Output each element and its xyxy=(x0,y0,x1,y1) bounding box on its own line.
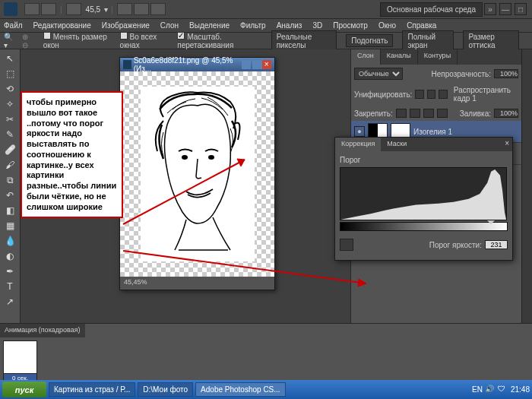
arrange-btn[interactable] xyxy=(134,3,149,15)
document-status: 45,45% xyxy=(120,277,274,290)
close-icon[interactable]: × xyxy=(262,60,271,69)
chevron-right-icon[interactable]: » xyxy=(484,3,496,15)
app-titlebar: | 45,5 ▾ | Основная рабочая среда » — □ xyxy=(0,0,532,19)
opacity-input[interactable] xyxy=(494,69,518,78)
histogram xyxy=(340,167,507,220)
lock-btn[interactable] xyxy=(396,109,407,118)
blur-tool[interactable]: 💧 xyxy=(2,234,18,248)
lock-btn[interactable] xyxy=(437,109,448,118)
maximize-icon[interactable]: □ xyxy=(515,3,527,15)
animation-frame[interactable]: 0 сек. xyxy=(3,340,37,383)
start-button[interactable]: пуск xyxy=(2,382,46,397)
ps-icon xyxy=(123,60,131,69)
svg-rect-0 xyxy=(141,87,255,261)
panel-collapse[interactable] xyxy=(521,49,532,323)
portrait-image xyxy=(141,87,255,261)
threshold-title: Порог xyxy=(340,156,508,164)
crop-tool[interactable]: ✂ xyxy=(2,112,18,126)
checkbox[interactable] xyxy=(177,32,185,40)
svg-point-1 xyxy=(182,155,188,160)
minimize-icon[interactable] xyxy=(242,60,251,69)
history-brush-tool[interactable]: ↶ xyxy=(2,188,18,202)
canvas-area: Sc0a6e8d8f21t.png @ 45,5% (Из... × xyxy=(21,49,350,323)
workspace-selector[interactable]: Основная рабочая среда xyxy=(380,2,483,17)
windows-taskbar: пуск Картина из страз / Р... D:\Мои фото… xyxy=(0,380,532,399)
menu-file[interactable]: Файл xyxy=(4,21,23,30)
svg-point-2 xyxy=(208,155,214,160)
checkbox[interactable] xyxy=(43,32,51,40)
path-tool[interactable]: ↗ xyxy=(2,295,18,309)
fullscreen-button[interactable]: Полный экран xyxy=(402,30,454,52)
tab-adjustments[interactable]: Коррекция xyxy=(335,138,381,151)
lock-btn[interactable] xyxy=(410,109,420,118)
taskbar-item[interactable]: D:\Мои фото xyxy=(138,382,193,397)
frame-thumbnail xyxy=(4,341,36,374)
maximize-icon[interactable] xyxy=(252,60,261,69)
tab-layers[interactable]: Слон xyxy=(351,49,381,65)
view-btn[interactable] xyxy=(117,3,132,15)
eraser-tool[interactable]: ◧ xyxy=(2,204,18,217)
tab-masks[interactable]: Маски xyxy=(381,138,413,151)
menu-analysis[interactable]: Анализ xyxy=(277,21,302,30)
taskbar-item[interactable]: Adobe Photoshop CS... xyxy=(195,382,286,397)
fit-button[interactable]: Подогнать xyxy=(346,34,393,47)
tray-icon[interactable]: 🛡 xyxy=(498,385,508,395)
wand-tool[interactable]: ✧ xyxy=(2,97,18,111)
threshold-label: Порог яркости: xyxy=(429,241,482,249)
menu-image[interactable]: Изображение xyxy=(102,21,150,30)
menu-view[interactable]: Просмотр xyxy=(333,21,368,30)
text-tool[interactable]: T xyxy=(2,280,18,293)
unify-btn[interactable] xyxy=(427,90,435,99)
fill-input[interactable] xyxy=(494,109,518,118)
checkbox[interactable] xyxy=(120,32,128,40)
blend-mode-select[interactable]: Обычные xyxy=(354,68,403,80)
menu-edit[interactable]: Редактирование xyxy=(33,21,91,30)
marquee-tool[interactable]: ⬚ xyxy=(2,67,18,81)
tab-channels[interactable]: Каналы xyxy=(381,49,418,65)
language-indicator[interactable]: EN xyxy=(472,385,483,394)
gradient-tool[interactable]: ▦ xyxy=(2,219,18,233)
taskbar-item[interactable]: Картина из страз / Р... xyxy=(49,382,135,397)
tab-paths[interactable]: Контуры xyxy=(418,49,458,65)
visibility-icon[interactable]: ● xyxy=(354,126,365,137)
move-tool[interactable]: ↖ xyxy=(2,52,18,65)
menu-select[interactable]: Выделение xyxy=(189,21,230,30)
brush-tool[interactable]: 🖌 xyxy=(2,158,18,172)
minimize-icon[interactable]: — xyxy=(499,3,511,15)
unify-btn[interactable] xyxy=(439,90,447,99)
document-title: Sc0a6e8d8f21t.png @ 45,5% (Из... xyxy=(134,56,240,73)
realpx-button[interactable]: Реальные пикселы xyxy=(271,30,337,52)
canvas[interactable] xyxy=(120,71,274,277)
menu-help[interactable]: Справка xyxy=(407,21,436,30)
pen-tool[interactable]: ✒ xyxy=(2,264,18,278)
lock-btn[interactable] xyxy=(423,109,434,118)
document-titlebar[interactable]: Sc0a6e8d8f21t.png @ 45,5% (Из... × xyxy=(120,58,274,71)
close-icon[interactable]: × xyxy=(502,138,512,151)
tray-icon[interactable]: 🔊 xyxy=(485,385,496,395)
system-tray: EN 🔊 🛡 21:48 xyxy=(472,385,530,395)
printsize-button[interactable]: Размер оттиска xyxy=(463,30,519,52)
toolbar-btn[interactable] xyxy=(24,3,40,15)
adjustment-icon[interactable] xyxy=(340,239,353,251)
stamp-tool[interactable]: ⧉ xyxy=(2,173,18,187)
menu-layer[interactable]: Слон xyxy=(160,21,179,30)
tab-animation[interactable]: Анимация (покадровая) xyxy=(0,324,85,337)
clock[interactable]: 21:48 xyxy=(511,385,530,394)
hand-tool-icon[interactable] xyxy=(66,3,81,15)
dodge-tool[interactable]: ◐ xyxy=(2,249,18,263)
threshold-input[interactable] xyxy=(485,240,508,249)
menu-filter[interactable]: Фильтр xyxy=(240,21,266,30)
eyedropper-tool[interactable]: ✎ xyxy=(2,128,18,141)
zoom-value[interactable]: 45,5 xyxy=(86,5,100,14)
threshold-slider[interactable] xyxy=(340,222,508,231)
menu-3d[interactable]: 3D xyxy=(312,21,322,30)
screen-btn[interactable] xyxy=(150,3,166,15)
threshold-panel: Коррекция Маски × Порог Порог яркости: xyxy=(334,137,513,261)
document-window: Sc0a6e8d8f21t.png @ 45,5% (Из... × xyxy=(119,57,275,290)
unify-btn[interactable] xyxy=(415,90,423,99)
lasso-tool[interactable]: ⟲ xyxy=(2,82,18,96)
annotation-note: чтобы примерно вышло вот такое ..потому … xyxy=(21,91,123,218)
heal-tool[interactable]: 🩹 xyxy=(2,143,18,157)
menu-window[interactable]: Окно xyxy=(378,21,396,30)
toolbar-btn[interactable] xyxy=(41,3,56,15)
